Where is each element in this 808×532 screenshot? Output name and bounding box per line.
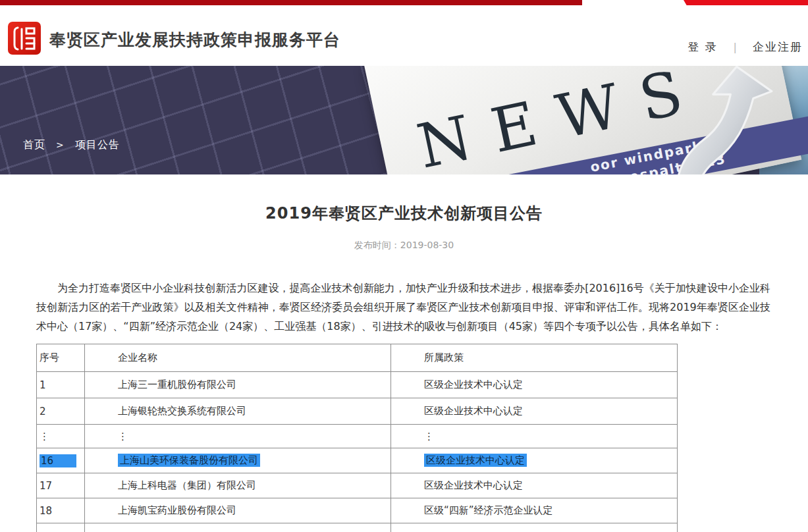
publish-date: 发布时间：2019-08-30 [0, 240, 808, 252]
site-title: 奉贤区产业发展扶持政策申报服务平台 [49, 29, 340, 51]
cell-company: 上海山美环保装备股份有限公司 [85, 448, 391, 473]
cell-company: 上海上科电器（集团）有限公司 [85, 473, 391, 498]
cell-company: 上海银轮热交换系统有限公司 [85, 398, 391, 425]
table-row[interactable]: 2 上海银轮热交换系统有限公司 区级企业技术中心认定 [37, 398, 678, 425]
cell-no: 16 [37, 448, 85, 473]
cell-company: 上海三一重机股份有限公司 [85, 372, 391, 398]
cell-policy: 区级企业技术中心认定 [391, 448, 678, 473]
topbar-red-line [0, 0, 582, 5]
red-seal-logo-icon[interactable] [8, 22, 41, 55]
article-title: 2019年奉贤区产业技术创新项目公告 [0, 203, 808, 224]
cell-policy: 区级企业技术中心认定 [391, 473, 678, 498]
table-ellipsis-row: ⋮ ⋮ ⋮ [37, 425, 678, 448]
login-link[interactable]: 登 录 [687, 40, 717, 55]
auth-divider: | [734, 41, 737, 53]
cell-policy: ⋮ [391, 425, 678, 448]
col-header-policy: 所属政策 [391, 344, 678, 372]
register-link[interactable]: 企业注册 [753, 40, 803, 55]
selected-text: 区级企业技术中心认定 [424, 454, 527, 467]
cell-no [37, 523, 85, 532]
breadcrumb-current: 项目公告 [75, 138, 120, 151]
breadcrumb-separator: > [56, 140, 65, 150]
cell-policy: 区级“四新”经济示范企业认定 [391, 498, 678, 523]
table-header-row: 序号 企业名称 所属政策 [37, 344, 678, 372]
selected-text: 16 [40, 454, 76, 467]
table-row[interactable] [37, 523, 678, 532]
col-header-no: 序号 [37, 344, 85, 372]
cell-company [85, 523, 391, 532]
auth-links: 登 录 | 企业注册 [687, 40, 803, 55]
cell-company: 上海凯宝药业股份有限公司 [85, 498, 391, 523]
table-row[interactable]: 17 上海上科电器（集团）有限公司 区级企业技术中心认定 [37, 473, 678, 498]
selected-text: 上海山美环保装备股份有限公司 [118, 454, 260, 467]
article-body: 为全力打造奉贤区中小企业科技创新活力区建设，提高企业技术创新能力，加快产业升级和… [36, 279, 770, 336]
site-header: 奉贤区产业发展扶持政策申报服务平台 登 录 | 企业注册 [0, 5, 808, 66]
silver-up-arrow-icon [668, 66, 780, 174]
cell-no: ⋮ [37, 425, 85, 448]
table-row[interactable]: 1 上海三一重机股份有限公司 区级企业技术中心认定 [37, 372, 678, 398]
col-header-company: 企业名称 [85, 344, 391, 372]
cell-policy: 区级企业技术中心认定 [391, 398, 678, 425]
cell-no: 1 [37, 372, 85, 398]
cell-policy [391, 523, 678, 532]
table-row[interactable]: 18 上海凯宝药业股份有限公司 区级“四新”经济示范企业认定 [37, 498, 678, 523]
company-policy-table: 序号 企业名称 所属政策 1 上海三一重机股份有限公司 区级企业技术中心认定 2… [36, 344, 678, 532]
table-row-selected[interactable]: 16 上海山美环保装备股份有限公司 区级企业技术中心认定 [37, 448, 678, 473]
breadcrumb: 首页 > 项目公告 [23, 138, 120, 152]
cell-policy: 区级企业技术中心认定 [391, 372, 678, 398]
cell-no: 17 [37, 473, 85, 498]
breadcrumb-home-link[interactable]: 首页 [23, 138, 45, 151]
news-banner: NEWS oor windparken weespalt p.13 首页 > 项… [0, 66, 808, 174]
cell-no: 2 [37, 398, 85, 425]
cell-company: ⋮ [85, 425, 391, 448]
cell-no: 18 [37, 498, 85, 523]
